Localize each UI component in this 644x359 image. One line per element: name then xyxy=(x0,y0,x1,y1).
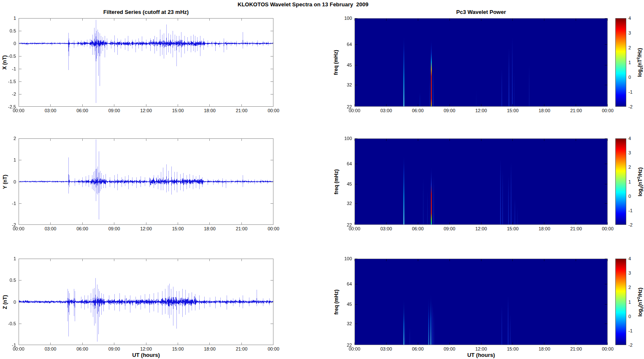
colorbar-tick-label: 3 xyxy=(628,150,641,156)
y-tick-label: 1 xyxy=(0,157,16,163)
x-tick-label: 21:00 xyxy=(567,226,585,232)
timeseries-y-plot xyxy=(19,138,273,225)
colorbar-tick-label: 1 xyxy=(628,300,641,305)
freq-tick-label: 32 xyxy=(334,321,352,327)
colorbar-tick-label: 3 xyxy=(628,30,641,36)
colorbar-tick-label: 4 xyxy=(628,16,641,21)
x-tick-label: 00:00 xyxy=(345,108,364,113)
y-tick-label: 2 xyxy=(0,136,16,141)
freq-tick-label: 100 xyxy=(334,16,352,21)
colorbar-tick-label: 1 xyxy=(628,60,641,65)
x-tick-label: 12:00 xyxy=(472,226,490,232)
x-tick-label: 15:00 xyxy=(503,108,522,113)
x-tick-label: 18:00 xyxy=(535,346,554,352)
x-tick-label: 03:00 xyxy=(377,226,395,232)
colorbar xyxy=(615,259,626,345)
x-tick-label: 21:00 xyxy=(233,226,251,232)
y-tick-label: 0 xyxy=(0,179,16,185)
colorbar-tick-label: -2 xyxy=(628,104,641,110)
x-axis-label-right: UT (hours) xyxy=(354,352,608,358)
colorbar-tick-label: 4 xyxy=(628,136,641,141)
x-tick-label: 12:00 xyxy=(137,226,155,232)
x-tick-label: 18:00 xyxy=(200,226,219,232)
colorbar-tick-label: -2 xyxy=(628,343,641,348)
spectrogram-x-plot xyxy=(354,18,608,107)
y-tick-label: -1 xyxy=(0,66,16,72)
x-tick-label: 21:00 xyxy=(567,346,585,352)
freq-tick-label: 32 xyxy=(334,82,352,88)
y-tick-label: -1.5 xyxy=(0,79,16,84)
colorbar-tick-label: 2 xyxy=(628,165,641,170)
freq-tick-label: 64 xyxy=(334,281,352,287)
x-tick-label: 18:00 xyxy=(200,108,219,113)
colorbar-tick-label: 1 xyxy=(628,179,641,185)
y-tick-label: 0.5 xyxy=(0,28,16,34)
freq-tick-label: 45 xyxy=(334,302,352,307)
x-tick-label: 12:00 xyxy=(137,346,155,352)
spectrogram-column-title: Pc3 Wavelet Power xyxy=(354,9,608,15)
x-tick-label: 15:00 xyxy=(169,226,187,232)
x-tick-label: 00:00 xyxy=(598,108,617,113)
x-tick-label: 06:00 xyxy=(73,226,92,232)
colorbar-tick-label: 2 xyxy=(628,285,641,290)
colorbar-tick-label: -1 xyxy=(628,89,641,95)
timeseries-x-plot xyxy=(19,18,273,107)
x-axis-label-left: UT (hours) xyxy=(19,352,273,358)
x-tick-label: 00:00 xyxy=(345,226,364,232)
colorbar-tick-label: 3 xyxy=(628,270,641,276)
y-tick-label: -0.5 xyxy=(0,54,16,59)
y-tick-label: -0.5 xyxy=(0,321,16,327)
x-tick-label: 12:00 xyxy=(137,108,155,113)
x-tick-label: 21:00 xyxy=(233,108,251,113)
x-tick-label: 00:00 xyxy=(598,346,617,352)
x-tick-label: 06:00 xyxy=(409,346,427,352)
y-tick-label: 0.5 xyxy=(0,278,16,283)
x-tick-label: 09:00 xyxy=(105,108,124,113)
freq-tick-label: 100 xyxy=(334,256,352,262)
freq-tick-label: 32 xyxy=(334,201,352,206)
x-tick-label: 00:00 xyxy=(264,346,283,352)
x-tick-label: 03:00 xyxy=(377,346,395,352)
x-tick-label: 09:00 xyxy=(440,346,459,352)
x-tick-label: 00:00 xyxy=(264,226,283,232)
freq-tick-label: 64 xyxy=(334,161,352,167)
x-tick-label: 00:00 xyxy=(9,108,28,113)
y-tick-label: 0 xyxy=(0,41,16,46)
x-tick-label: 06:00 xyxy=(409,108,427,113)
x-tick-label: 06:00 xyxy=(73,108,92,113)
colorbar-tick-label: 2 xyxy=(628,45,641,51)
freq-tick-label: 45 xyxy=(334,181,352,187)
x-tick-label: 18:00 xyxy=(200,346,219,352)
colorbar-tick-label: 0 xyxy=(628,314,641,319)
figure-title: KLOKOTOS Wavelet Spectra on 13 February … xyxy=(0,1,606,8)
x-tick-label: 00:00 xyxy=(9,226,28,232)
x-tick-label: 18:00 xyxy=(535,108,554,113)
x-tick-label: 09:00 xyxy=(105,346,124,352)
colorbar-tick-label: 4 xyxy=(628,256,641,262)
y-tick-label: -1 xyxy=(0,201,16,206)
colorbar-tick-label: 0 xyxy=(628,75,641,80)
spectrogram-z-plot xyxy=(354,259,608,345)
x-tick-label: 15:00 xyxy=(169,108,187,113)
freq-tick-label: 100 xyxy=(334,136,352,141)
x-tick-label: 21:00 xyxy=(233,346,251,352)
y-tick-label: 1 xyxy=(0,256,16,262)
spectrogram-y-plot xyxy=(354,138,608,225)
y-tick-label: 0 xyxy=(0,300,16,305)
colorbar-tick-label: -1 xyxy=(628,328,641,334)
x-tick-label: 18:00 xyxy=(535,226,554,232)
x-tick-label: 21:00 xyxy=(567,108,585,113)
colorbar xyxy=(615,18,626,107)
freq-tick-label: 45 xyxy=(334,62,352,68)
colorbar-tick-label: -2 xyxy=(628,222,641,228)
y-tick-label: 1 xyxy=(0,16,16,21)
x-tick-label: 12:00 xyxy=(472,108,490,113)
x-tick-label: 15:00 xyxy=(169,346,187,352)
freq-tick-label: 64 xyxy=(334,42,352,47)
x-tick-label: 06:00 xyxy=(73,346,92,352)
x-tick-label: 03:00 xyxy=(41,346,60,352)
figure: KLOKOTOS Wavelet Spectra on 13 February … xyxy=(0,0,644,359)
x-tick-label: 00:00 xyxy=(598,226,617,232)
y-tick-label: -2 xyxy=(0,92,16,97)
x-tick-label: 09:00 xyxy=(440,226,459,232)
